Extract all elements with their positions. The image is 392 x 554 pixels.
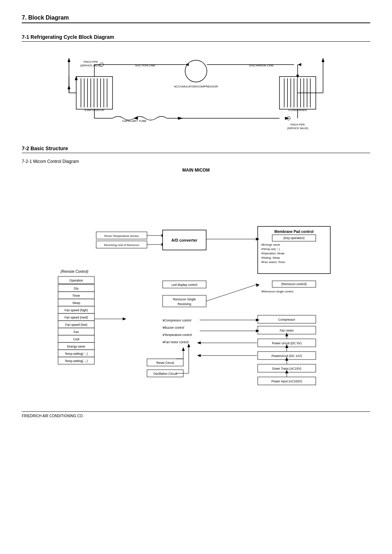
- refrigerating-svg: EVAPORATOR CONDENSER ACCUMULATOR/COMPRES…: [54, 48, 338, 135]
- svg-text:Operation: Operation: [69, 279, 83, 282]
- svg-text:¥Fan select, Timer: ¥Fan select, Timer: [261, 260, 285, 264]
- svg-marker-126: [256, 329, 260, 332]
- svg-text:Fan speed (low): Fan speed (low): [65, 323, 87, 327]
- svg-rect-143: [258, 377, 316, 385]
- svg-rect-80: [58, 357, 94, 364]
- svg-text:Temp.setting( ↑ ): Temp.setting( ↑ ): [65, 352, 88, 356]
- svg-text:Power circuit (DC 5V): Power circuit (DC 5V): [272, 341, 302, 345]
- svg-text:(Remote Control): (Remote Control): [61, 270, 89, 274]
- svg-text:Fan speed (high): Fan speed (high): [65, 308, 88, 312]
- svg-text:Oscillation Circuit: Oscillation Circuit: [153, 372, 177, 376]
- svg-text:Timer: Timer: [72, 294, 80, 297]
- footer: FRIEDRICH AIR CONDITIONING CO.: [22, 411, 370, 418]
- section71: 7-1 Refrigerating Cycle Block Diagram EV…: [22, 34, 370, 135]
- svg-marker-136: [197, 354, 201, 357]
- svg-rect-94: [258, 226, 330, 274]
- svg-text:¥Compressor control: ¥Compressor control: [162, 319, 191, 322]
- svg-rect-66: [58, 306, 94, 313]
- svg-text:Remocon Single: Remocon Single: [173, 297, 196, 301]
- svg-marker-33: [298, 63, 301, 66]
- svg-text:(Remocon control): (Remocon control): [281, 282, 307, 286]
- svg-rect-139: [258, 364, 316, 372]
- svg-text:Dry: Dry: [74, 287, 79, 290]
- svg-text:¥Swing, Sleep: ¥Swing, Sleep: [261, 256, 280, 259]
- svg-text:Led display control: Led display control: [172, 283, 197, 287]
- svg-rect-78: [58, 350, 94, 357]
- svg-marker-91: [162, 243, 165, 246]
- svg-text:(SERVICE VALVE): (SERVICE VALVE): [287, 127, 309, 130]
- svg-line-113: [206, 284, 257, 301]
- svg-marker-122: [256, 319, 260, 321]
- svg-text:Temp.setting( ↓ ): Temp.setting( ↓ ): [65, 359, 88, 363]
- svg-marker-142: [285, 357, 288, 361]
- svg-rect-76: [58, 342, 94, 350]
- svg-rect-149: [147, 370, 183, 377]
- svg-text:Power input (AC220V): Power input (AC220V): [271, 379, 302, 383]
- svg-marker-114: [256, 283, 260, 287]
- micom-svg: (Remote Control) Operation Dry Timer Sle…: [33, 176, 359, 401]
- svg-marker-156: [187, 344, 190, 347]
- section72: 7-2 Basic Structure 7-2-1 Micom Control …: [22, 145, 370, 401]
- svg-rect-96: [272, 235, 316, 241]
- svg-rect-60: [58, 284, 94, 292]
- section7-title: 7. Block Diagram: [22, 15, 370, 23]
- svg-rect-74: [58, 335, 94, 342]
- svg-rect-64: [58, 299, 94, 306]
- svg-marker-43: [178, 117, 183, 120]
- svg-marker-48: [322, 58, 324, 62]
- svg-text:Powercircuit (DC 12V): Powercircuit (DC 12V): [271, 354, 302, 358]
- svg-marker-38: [68, 58, 70, 62]
- svg-text:Compressor: Compressor: [278, 318, 295, 321]
- svg-text:Membrane Pad control: Membrane Pad control: [274, 230, 314, 234]
- svg-rect-58: [58, 276, 94, 284]
- svg-text:¥Buzzer control: ¥Buzzer control: [162, 326, 184, 329]
- svg-rect-70: [58, 321, 94, 328]
- svg-text:¥Temp.set( ↑ ): ¥Temp.set( ↑ ): [261, 247, 280, 251]
- svg-text:CAPILLARY TUBE: CAPILLARY TUBE: [122, 119, 146, 123]
- svg-rect-105: [272, 281, 316, 287]
- svg-text:Reset Circuit: Reset Circuit: [156, 361, 174, 365]
- svg-rect-133: [258, 352, 316, 360]
- svg-rect-123: [258, 326, 316, 334]
- svg-text:Receiving: Receiving: [177, 302, 191, 306]
- svg-text:¥Operation, Mode: ¥Operation, Mode: [261, 252, 285, 255]
- svg-text:(Key operation): (Key operation): [283, 236, 305, 240]
- svg-marker-130: [197, 341, 201, 344]
- svg-text:Sleep: Sleep: [72, 301, 80, 305]
- section71-title: 7-1 Refrigerating Cycle Block Diagram: [22, 34, 370, 42]
- svg-text:Fan motor: Fan motor: [280, 329, 294, 332]
- svg-marker-87: [162, 234, 165, 237]
- svg-rect-84: [96, 232, 147, 239]
- svg-text:Energy saver: Energy saver: [67, 345, 85, 348]
- svg-marker-132: [285, 333, 288, 336]
- svg-text:A/D converter: A/D converter: [171, 238, 198, 242]
- svg-rect-88: [96, 241, 147, 248]
- svg-text:Cool: Cool: [73, 337, 79, 341]
- svg-marker-83: [123, 317, 126, 320]
- svg-text:Receiving Unit of Remocon: Receiving Unit of Remocon: [104, 243, 139, 247]
- svg-rect-127: [258, 339, 316, 347]
- svg-text:Fan: Fan: [74, 330, 79, 334]
- svg-rect-92: [163, 230, 206, 250]
- svg-rect-119: [258, 315, 316, 323]
- svg-text:PINCH PIPE: PINCH PIPE: [290, 123, 305, 126]
- svg-text:¥Temperature control: ¥Temperature control: [162, 333, 192, 337]
- refrigerating-diagram: EVAPORATOR CONDENSER ACCUMULATOR/COMPRES…: [54, 48, 338, 135]
- section72-title: 7-2 Basic Structure: [22, 145, 370, 153]
- svg-rect-108: [163, 281, 206, 288]
- svg-text:PINCH PIPE: PINCH PIPE: [83, 61, 98, 63]
- section721-title: 7-2-1 Micom Control Diagram: [22, 159, 370, 164]
- svg-text:Fan speed (med): Fan speed (med): [65, 316, 88, 319]
- svg-marker-153: [182, 347, 185, 351]
- svg-rect-62: [58, 292, 94, 299]
- svg-rect-110: [163, 295, 206, 307]
- svg-marker-146: [285, 370, 288, 373]
- svg-text:Room Temperature sensor: Room Temperature sensor: [105, 234, 139, 238]
- micom-diagram: (Remote Control) Operation Dry Timer Sle…: [33, 176, 359, 401]
- svg-marker-104: [256, 238, 260, 241]
- svg-text:¥Remocon single control: ¥Remocon single control: [261, 290, 293, 293]
- section7: 7. Block Diagram: [22, 15, 370, 23]
- svg-rect-68: [58, 313, 94, 321]
- svg-text:ACCUMULATOR/COMPRESSOR: ACCUMULATOR/COMPRESSOR: [174, 85, 218, 88]
- svg-text:¥Energe saver: ¥Energe saver: [261, 243, 280, 246]
